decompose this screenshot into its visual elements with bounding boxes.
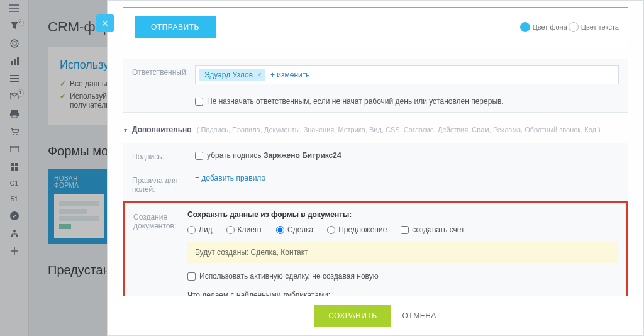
duplicates-heading: Что делаем с найденными дубликатами: — [187, 291, 618, 296]
send-button[interactable]: ОТПРАВИТЬ — [135, 16, 216, 38]
cancel-button[interactable]: ОТМЕНА — [402, 305, 436, 327]
user-tag[interactable]: Эдуард Узлов — [199, 69, 265, 81]
field-rules-label: Правила для полей: — [132, 174, 195, 194]
text-color-toggle[interactable] — [569, 22, 579, 32]
radio-lead[interactable]: Лид — [187, 225, 213, 234]
highlighted-documents-section: Создание документов: Сохранять данные из… — [123, 201, 628, 296]
doc-type-radios: Лид Клиент Сделка Предложение создавать … — [187, 225, 618, 234]
extra-section-toggle[interactable]: ▾ Дополнительно ( Подпись, Правила, Доку… — [123, 121, 628, 143]
save-heading: Сохранять данные из формы в документы: — [187, 210, 618, 219]
chevron-down-icon: ▾ — [124, 126, 127, 133]
modal-footer: СОХРАНИТЬ ОТМЕНА — [108, 296, 643, 335]
responsible-label: Ответственный: — [132, 65, 195, 84]
add-rule-link[interactable]: + добавить правило — [195, 174, 265, 182]
form-settings-modal: × ОТПРАВИТЬ Цвет фона Цвет текста Ответс… — [107, 0, 644, 336]
will-create-note: Будут созданы: Сделка, Контакт — [187, 242, 618, 263]
responsible-field[interactable]: Эдуард Узлов + изменить — [195, 65, 619, 84]
bg-color-toggle[interactable] — [520, 22, 530, 32]
checkbox-invoice[interactable]: создавать счет — [401, 225, 464, 234]
radio-deal[interactable]: Сделка — [276, 225, 313, 234]
close-button[interactable]: × — [96, 14, 114, 32]
remove-signature-checkbox[interactable] — [195, 152, 203, 160]
use-active-deal-checkbox[interactable] — [187, 272, 196, 281]
color-mode-toggle[interactable]: Цвет фона Цвет текста — [520, 22, 619, 32]
form-preview-panel: ОТПРАВИТЬ Цвет фона Цвет текста — [123, 7, 628, 47]
radio-client[interactable]: Клиент — [226, 225, 263, 234]
change-link[interactable]: + изменить — [270, 70, 310, 79]
skip-responsible-checkbox[interactable] — [195, 98, 203, 106]
documents-label: Создание документов: — [133, 210, 187, 296]
radio-offer[interactable]: Предложение — [327, 225, 387, 234]
signature-label: Подпись: — [132, 150, 195, 161]
save-button[interactable]: СОХРАНИТЬ — [314, 305, 391, 327]
